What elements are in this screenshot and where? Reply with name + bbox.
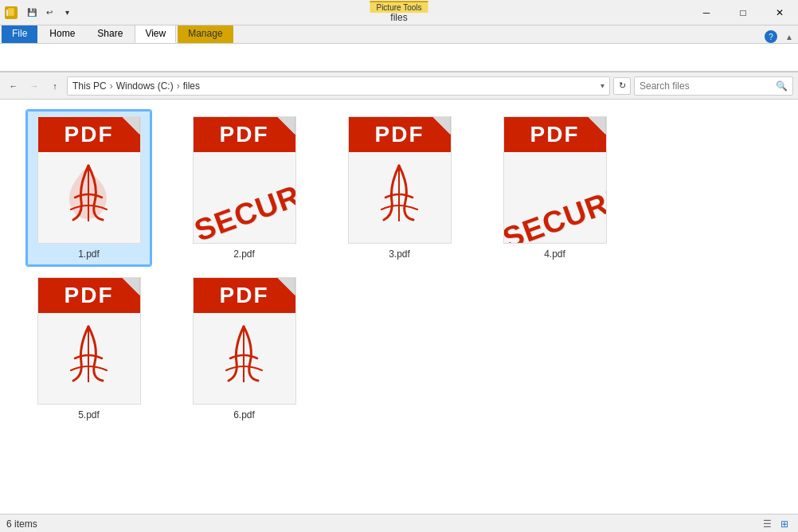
large-icons-view-button[interactable]: ⊞ <box>777 517 792 531</box>
pdf-banner-3: PDF <box>349 117 451 152</box>
ribbon-content <box>0 43 798 72</box>
pdf-body-2: SECURE <box>194 152 295 243</box>
pdf-banner-4: PDF <box>504 117 606 152</box>
up-button[interactable]: ↑ <box>46 77 64 95</box>
file-label-5: 5.pdf <box>78 409 100 421</box>
pdf-icon-1: PDF <box>37 116 141 244</box>
pdf-banner-1: PDF <box>38 117 140 152</box>
address-bar: ← → ↑ This PC › Windows (C:) › files ▾ ↻… <box>0 72 798 100</box>
file-label-4: 4.pdf <box>544 248 565 260</box>
view-controls: ☰ ⊞ <box>760 517 792 531</box>
breadcrumb-files[interactable]: files <box>183 80 200 92</box>
close-button[interactable]: ✕ <box>761 0 798 25</box>
pdf-icon-2: PDF SECURE <box>193 116 296 244</box>
title-bar-left: 💾 ↩ ▾ <box>0 5 75 21</box>
maximize-button[interactable]: □ <box>725 0 761 25</box>
pdf-body-6 <box>194 313 295 404</box>
ribbon-collapse-icon[interactable]: ▲ <box>785 33 793 41</box>
address-dropdown-icon[interactable]: ▾ <box>600 81 604 90</box>
list-item[interactable]: PDF 6.pdf <box>182 272 306 426</box>
save-quick-btn[interactable]: 💾 <box>24 5 40 21</box>
list-item[interactable]: PDF 1.pdf <box>27 111 151 265</box>
customize-quick-btn[interactable]: ▾ <box>59 5 75 21</box>
pdf-body-4: SECURE <box>504 152 606 243</box>
ribbon-tabs: File Home Share View Manage ? ▲ <box>0 25 798 43</box>
tab-file[interactable]: File <box>2 24 37 43</box>
window-title: files <box>390 13 407 23</box>
tab-view[interactable]: View <box>135 24 176 43</box>
pdf-body-1 <box>38 152 140 243</box>
refresh-button[interactable]: ↻ <box>613 77 631 95</box>
pdf-body-3 <box>349 152 451 243</box>
title-center: Picture Tools files <box>370 1 428 23</box>
ribbon-right: ? ▲ <box>765 30 798 43</box>
list-item[interactable]: PDF SECURE 4.pdf <box>493 111 616 265</box>
tab-home[interactable]: Home <box>39 24 85 43</box>
tab-manage[interactable]: Manage <box>178 24 233 43</box>
picture-tools-label: Picture Tools <box>370 1 428 13</box>
svg-rect-1 <box>8 8 14 16</box>
pdf-body-5 <box>38 313 140 404</box>
search-icon: 🔍 <box>776 80 788 92</box>
file-label-3: 3.pdf <box>389 248 410 260</box>
pdf-icon-3: PDF <box>348 116 452 244</box>
secure-label-2: SECURE <box>194 171 295 243</box>
breadcrumb-drive[interactable]: Windows (C:) <box>116 80 174 92</box>
status-bar: 6 items ☰ ⊞ <box>0 514 798 532</box>
search-box[interactable]: 🔍 <box>634 76 793 96</box>
acrobat-symbol-3 <box>370 158 429 238</box>
pdf-banner-2: PDF <box>194 117 295 152</box>
address-box[interactable]: This PC › Windows (C:) › files ▾ <box>67 76 610 96</box>
item-count: 6 items <box>6 518 37 530</box>
minimize-button[interactable]: ─ <box>688 0 725 25</box>
breadcrumb-thispc[interactable]: This PC <box>72 80 107 92</box>
file-label-2: 2.pdf <box>233 248 255 260</box>
back-button[interactable]: ← <box>5 77 22 95</box>
forward-button[interactable]: → <box>25 77 43 95</box>
list-item[interactable]: PDF SECURE 2.pdf <box>182 111 306 265</box>
file-label-6: 6.pdf <box>233 409 255 421</box>
details-view-button[interactable]: ☰ <box>760 517 774 531</box>
pdf-icon-6: PDF <box>193 277 296 405</box>
ribbon: File Home Share View Manage ? ▲ <box>0 25 798 72</box>
pdf-banner-6: PDF <box>194 278 295 313</box>
window-controls: ─ □ ✕ <box>688 0 798 25</box>
undo-quick-btn[interactable]: ↩ <box>41 5 57 21</box>
search-input[interactable] <box>640 80 776 92</box>
acrobat-symbol-5 <box>59 319 119 399</box>
acrobat-symbol-1 <box>59 158 119 238</box>
tab-share[interactable]: Share <box>87 24 133 43</box>
pdf-icon-4: PDF SECURE <box>503 116 607 244</box>
file-view: PDF 1.pdf PDF SECURE <box>0 100 798 514</box>
secure-label-4: SECURE <box>504 179 606 243</box>
acrobat-symbol-6 <box>214 319 274 399</box>
pdf-banner-5: PDF <box>38 278 140 313</box>
ribbon-help-icon[interactable]: ? <box>765 30 777 43</box>
list-item[interactable]: PDF 5.pdf <box>27 272 151 426</box>
app-icon <box>5 6 18 19</box>
quick-access-toolbar: 💾 ↩ ▾ <box>24 5 75 21</box>
pdf-icon-5: PDF <box>37 277 141 405</box>
file-label-1: 1.pdf <box>78 248 100 260</box>
list-item[interactable]: PDF 3.pdf <box>338 111 461 265</box>
title-bar: 💾 ↩ ▾ Picture Tools files ─ □ ✕ <box>0 0 798 25</box>
